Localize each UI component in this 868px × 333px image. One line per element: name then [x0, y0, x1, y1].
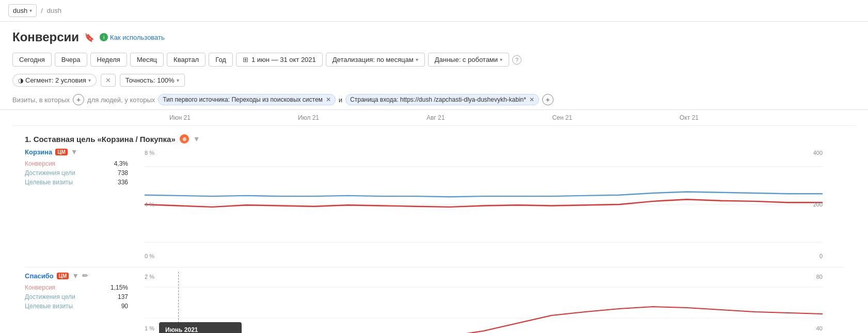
target-visits-value-2: 90 [121, 303, 128, 310]
conversion-value: 4,3% [114, 160, 128, 167]
sub-goal-thanks-name: Спасибо [25, 272, 54, 280]
account-dropdown[interactable]: dush ▾ [8, 4, 37, 17]
sub-goal-thanks-filter-icon[interactable]: ▼ [72, 272, 79, 280]
period-bar: Сегодня Вчера Неделя Месяц Квартал Год ⊞… [0, 49, 868, 71]
filter-chip-page: Страница входа: https://dush /zapchasti-… [345, 94, 539, 105]
metric-goals-reached: Достижения цели 738 [25, 169, 128, 177]
goal-title-text: 1. Составная цель «Корзина / Покупка» [25, 135, 176, 144]
sub-goal-1: Корзина ЦМ ▼ Конверсия 4,3% Достижения ц… [25, 148, 843, 263]
line-chart-2 [145, 272, 823, 333]
accuracy-dropdown[interactable]: Точность: 100% ▾ [120, 74, 185, 87]
period-yesterday[interactable]: Вчера [55, 53, 87, 67]
metric-target-visits: Целевые визиты 336 [25, 179, 128, 186]
filter-chip-source: Тип первого источника: Переходы из поиск… [158, 94, 336, 105]
page-title: Конверсии [12, 30, 79, 44]
conversion-label: Конверсия [25, 160, 55, 167]
chart-area-1: 8 % 4 % 0 % [128, 148, 843, 263]
metric-conversion-2: Конверсия 1,15% [25, 284, 128, 291]
add-filter-button-2[interactable]: + [542, 94, 554, 105]
breadcrumb-separator: / [41, 7, 43, 14]
detail-label: Детализация: по месяцам [333, 56, 414, 64]
chart-area-2: 2 % 1 % 0 % [128, 272, 843, 333]
ym-badge-2: ЦМ [57, 273, 69, 279]
chip-source-close[interactable]: ✕ [326, 96, 331, 103]
chevron-down-icon: ▾ [416, 57, 418, 62]
chevron-down-icon: ▾ [29, 8, 32, 13]
goal-icon: ⊕ [180, 134, 189, 144]
accuracy-label: Точность: 100% [125, 76, 175, 84]
goals-reached-label: Достижения цели [25, 169, 75, 177]
period-quarter[interactable]: Квартал [167, 53, 206, 67]
y-axis-right-2: 80 40 0 [816, 272, 823, 333]
info-icon: i [100, 33, 108, 41]
filter-funnel-icon[interactable]: ▼ [193, 135, 200, 143]
timeline-bar: Июн 21 Июл 21 Авг 21 Сен 21 Окт 21 [12, 110, 856, 126]
goal-title: 1. Составная цель «Корзина / Покупка» ⊕ … [25, 130, 843, 148]
date-range-picker[interactable]: ⊞ 1 июн — 31 окт 2021 [236, 53, 323, 67]
metric-goals-reached-2: Достижения цели 137 [25, 293, 128, 300]
timeline-jul: Июл 21 [298, 114, 319, 121]
add-filter-button[interactable]: + [73, 94, 84, 105]
data-label: Данные: с роботами [435, 56, 498, 64]
line-chart-1 [145, 148, 823, 261]
sub-goal-basket-name: Корзина [25, 148, 52, 156]
timeline-oct: Окт 21 [680, 114, 699, 121]
ym-badge: ЦМ [55, 149, 68, 155]
period-month[interactable]: Месяц [130, 53, 164, 67]
filter-bar: Визиты, в которых + для людей, у которых… [0, 90, 868, 110]
how-to-use-link[interactable]: i Как использовать [100, 33, 165, 41]
metric-conversion: Конверсия 4,3% [25, 160, 128, 167]
metric-target-visits-2: Целевые визиты 90 [25, 303, 128, 310]
bookmark-icon[interactable]: 🔖 [84, 33, 94, 42]
period-year[interactable]: Год [209, 53, 233, 67]
goals-reached-label-2: Достижения цели [25, 293, 75, 300]
timeline-labels: Июн 21 Июл 21 Авг 21 Сен 21 Окт 21 [116, 114, 856, 121]
segment-clear-button[interactable]: ✕ [101, 74, 116, 87]
date-range-label: 1 июн — 31 окт 2021 [251, 56, 316, 64]
timeline-sep: Сен 21 [552, 114, 572, 121]
sub-goal-thanks-title[interactable]: Спасибо ЦМ ▼ ✏ [25, 272, 128, 280]
timeline-aug: Авг 21 [427, 114, 445, 121]
target-visits-label-2: Целевые визиты [25, 303, 73, 310]
breadcrumb-value: dush [47, 7, 61, 14]
sub-goal-basket-title[interactable]: Корзина ЦМ ▼ [25, 148, 128, 156]
y-axis-right-1: 400 200 0 [813, 148, 823, 261]
chart-container: Июн 21 Июл 21 Авг 21 Сен 21 Окт 21 1. Со… [0, 110, 868, 333]
chevron-down-icon: ▾ [177, 77, 179, 83]
top-bar: dush ▾ / dush [0, 0, 868, 22]
conversion-value-2: 1,15% [111, 284, 128, 291]
period-week[interactable]: Неделя [90, 53, 127, 67]
detail-dropdown[interactable]: Детализация: по месяцам ▾ [326, 53, 425, 67]
chip-connector: и [339, 96, 342, 104]
help-icon[interactable]: ? [512, 55, 522, 65]
segment-icon: ◑ [18, 77, 23, 84]
target-visits-label: Целевые визиты [25, 179, 73, 186]
period-today[interactable]: Сегодня [12, 53, 52, 67]
y-axis-left-2: 2 % 1 % 0 % [145, 272, 154, 333]
chip-page-close[interactable]: ✕ [529, 96, 534, 103]
goals-reached-value-2: 137 [118, 293, 128, 300]
chip-source-text: Тип первого источника: Переходы из поиск… [163, 96, 323, 103]
sub-goal-2: Спасибо ЦМ ▼ ✏ Конверсия 1,15% Достижени… [25, 272, 843, 333]
how-to-use-label: Как использовать [110, 34, 165, 41]
chevron-down-icon: ▾ [88, 77, 91, 83]
goals-reached-value: 738 [118, 169, 128, 177]
segment-label: Сегмент: 2 условия [25, 76, 86, 84]
chevron-down-icon: ▾ [500, 57, 502, 62]
filter-for-label: для людей, у которых [87, 96, 155, 104]
chart-wrapper-1: 8 % 4 % 0 % [145, 148, 823, 263]
edit-icon[interactable]: ✏ [82, 272, 88, 280]
sub-goal-basket: Корзина ЦМ ▼ Конверсия 4,3% Достижения ц… [25, 148, 128, 186]
data-dropdown[interactable]: Данные: с роботами ▾ [428, 53, 509, 67]
timeline-jun: Июн 21 [169, 114, 191, 121]
y-axis-left-1: 8 % 4 % 0 % [145, 148, 154, 261]
page-header: Конверсии 🔖 i Как использовать [0, 22, 868, 49]
segment-bar: ◑ Сегмент: 2 условия ▾ ✕ Точность: 100% … [0, 71, 868, 90]
sub-goal-2-metrics: Спасибо ЦМ ▼ ✏ Конверсия 1,15% Достижени… [25, 272, 128, 333]
conversion-label-2: Конверсия [25, 284, 55, 291]
chart-wrapper-2: 2 % 1 % 0 % [145, 272, 823, 333]
sub-goal-basket-filter-icon[interactable]: ▼ [71, 148, 78, 156]
segment-dropdown[interactable]: ◑ Сегмент: 2 условия ▾ [12, 74, 97, 87]
calendar-icon: ⊞ [243, 56, 248, 64]
sub-goal-thanks: Спасибо ЦМ ▼ ✏ Конверсия 1,15% Достижени… [25, 272, 128, 310]
